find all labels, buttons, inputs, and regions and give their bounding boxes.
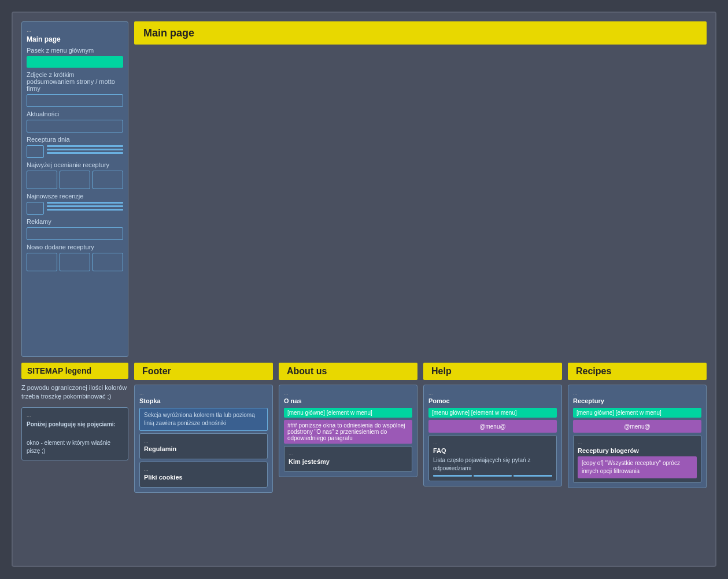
reviews-tiny-rect	[27, 202, 44, 215]
receptura-lines	[47, 145, 123, 154]
footer-column: Footer ... Stopka Sekcja wyróżniona kolo…	[134, 363, 273, 493]
section-label-reviews: Najnowsze recenzje	[27, 193, 123, 200]
bottom-row: SITEMAP legend Z powodu ograniczonej ilo…	[21, 363, 707, 493]
aboutus-card: ... O nas [menu główne] [element w menu]…	[279, 385, 417, 477]
cookies-dots: ...	[144, 466, 263, 472]
photo-rect	[27, 94, 123, 107]
sitemap-legend: SITEMAP legend Z powodu ograniczonej ilo…	[21, 363, 128, 493]
section-label-top-rated: Najwyżej ocenianie receptury	[27, 161, 123, 168]
card-dots: ...	[27, 27, 123, 33]
new-rect3	[93, 253, 123, 271]
section-label-new: Nowo dodane receptury	[27, 244, 123, 250]
regulamin-card: ... Regulamin	[139, 433, 268, 459]
aboutus-header: About us	[279, 363, 417, 380]
line2	[47, 149, 123, 150]
legend-box1: ... Poniżej posługuję się pojęciami: okn…	[21, 407, 128, 460]
new-rect2	[60, 253, 90, 271]
faq-line1	[433, 475, 472, 477]
footer-description: Sekcja wyróżniona kolorem tła lub poziom…	[139, 408, 268, 431]
kim-card: ... Kim jesteśmy	[284, 446, 412, 472]
aboutus-column: About us ... O nas [menu główne] [elemen…	[279, 363, 417, 493]
recipes-column: Recipes ... Receptury [menu główne] [ele…	[568, 363, 707, 493]
menu-bar-visual	[27, 56, 123, 68]
legend-box1-text: okno - element w którym właśnie piszę ;)	[27, 439, 123, 455]
main-page-card: ... Main page Pasek z menu głównym Zdjęc…	[21, 21, 128, 357]
top-section: ... Main page Pasek z menu głównym Zdjęc…	[21, 21, 707, 357]
recipes-card-title: Receptury	[573, 397, 701, 404]
help-purple-bar: @menu@	[428, 420, 557, 433]
top-rated-rect2	[60, 171, 90, 189]
faq-line3	[513, 475, 552, 477]
help-card-dots: ...	[428, 390, 557, 396]
kim-dots: ...	[289, 451, 408, 456]
regulamin-title: Regulamin	[144, 445, 263, 452]
reviews-inline	[27, 202, 123, 215]
reviews-line2	[47, 205, 123, 207]
bloggers-card: ... Receptury blogerów [copy of] "Wszyst…	[573, 435, 701, 483]
section-label-photo: Zdjęcie z krótkim podsumowaniem strony /…	[27, 71, 123, 92]
footer-card-title: Stopka	[139, 397, 268, 404]
bloggers-copy: [copy of] "Wszystkie receptury" oprócz i…	[578, 456, 697, 478]
reviews-lines	[47, 202, 123, 211]
recipes-card: ... Receptury [menu główne] [element w m…	[568, 385, 707, 488]
main-page-card-title: Main page	[27, 35, 123, 43]
section-label-reklamy: Reklamy	[27, 218, 123, 225]
new-recipes-row	[27, 253, 123, 271]
recipes-purple-bar: @menu@	[573, 420, 701, 433]
recipes-menu-tag: [menu główne] [element w menu]	[573, 408, 701, 418]
section-label-receptura: Receptura dnia	[27, 136, 123, 143]
help-header: Help	[423, 363, 562, 380]
reviews-line3	[47, 209, 123, 211]
aboutus-card-dots: ...	[284, 390, 412, 396]
reklamy-rect	[27, 227, 123, 240]
line1	[47, 145, 123, 147]
reviews-line1	[47, 202, 123, 204]
aboutus-purple-note: ### poniższe okna to odniesienia do wspó…	[284, 420, 412, 444]
legend-box1-title: Poniżej posługuję się pojęciami:	[27, 421, 123, 429]
help-card: ... Pomoc [menu główne] [element w menu]…	[423, 385, 562, 486]
main-page-header: Main page	[134, 21, 707, 45]
footer-card-dots: ...	[139, 390, 268, 396]
help-menu-tag: [menu główne] [element w menu]	[428, 408, 557, 418]
faq-line2	[474, 475, 512, 477]
faq-title: FAQ	[433, 447, 552, 454]
faq-lines	[433, 475, 552, 477]
recipes-card-dots: ...	[573, 390, 701, 396]
receptura-inline	[27, 145, 123, 158]
faq-description: Lista często pojawiających się pytań z o…	[433, 456, 552, 473]
receptura-tiny-rect	[27, 145, 44, 158]
outer-container: ... Main page Pasek z menu głównym Zdjęc…	[12, 12, 716, 567]
cookies-title: Pliki cookies	[144, 474, 263, 481]
section-label-menu: Pasek z menu głównym	[27, 47, 123, 54]
aktualnosci-rect	[27, 120, 123, 132]
new-rect1	[27, 253, 57, 271]
section-label-aktualnosci: Aktualności	[27, 110, 123, 117]
help-column: Help ... Pomoc [menu główne] [element w …	[423, 363, 562, 493]
kim-title: Kim jesteśmy	[289, 458, 408, 465]
top-rated-rect1	[27, 171, 57, 189]
regulamin-dots: ...	[144, 438, 263, 444]
bloggers-dots: ...	[578, 440, 697, 445]
faq-card: ... FAQ Lista często pojawiających się p…	[428, 435, 557, 481]
faq-dots: ...	[433, 440, 552, 445]
help-card-title: Pomoc	[428, 397, 557, 404]
aboutus-menu-tag: [menu główne] [element w menu]	[284, 408, 412, 418]
legend-box1-dots: ...	[27, 412, 123, 418]
top-rated-row	[27, 171, 123, 189]
bloggers-title: Receptury blogerów	[578, 447, 697, 454]
cookies-card: ... Pliki cookies	[139, 462, 268, 488]
legend-header: SITEMAP legend	[21, 363, 128, 379]
legend-text: Z powodu ograniczonej ilości kolorów trz…	[21, 383, 128, 401]
aboutus-card-title: O nas	[284, 397, 412, 404]
line3	[47, 152, 123, 154]
recipes-header: Recipes	[568, 363, 707, 380]
footer-header: Footer	[134, 363, 273, 380]
top-rated-rect3	[93, 171, 123, 189]
footer-card: ... Stopka Sekcja wyróżniona kolorem tła…	[134, 385, 273, 493]
